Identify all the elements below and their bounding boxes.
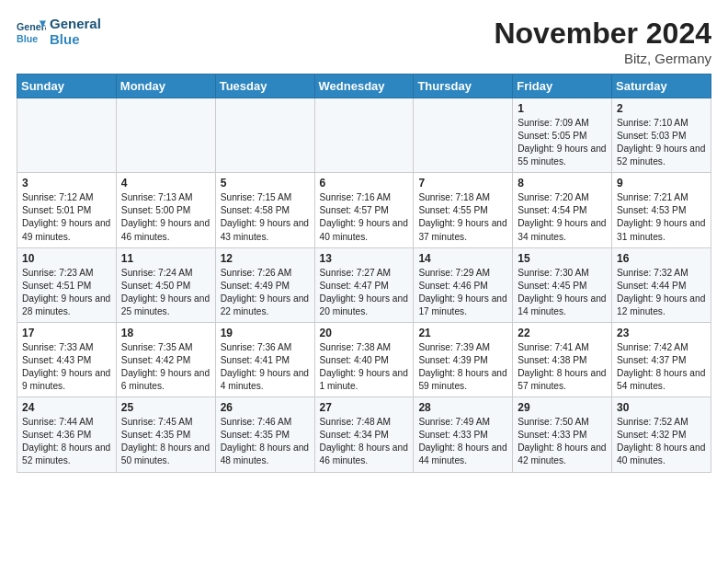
calendar-cell: 19Sunrise: 7:36 AM Sunset: 4:41 PM Dayli… — [215, 322, 314, 396]
logo-line2: Blue — [50, 32, 101, 48]
day-info: Sunrise: 7:42 AM Sunset: 4:37 PM Dayligh… — [617, 341, 706, 393]
day-info: Sunrise: 7:52 AM Sunset: 4:32 PM Dayligh… — [617, 416, 706, 467]
calendar-cell: 27Sunrise: 7:48 AM Sunset: 4:34 PM Dayli… — [314, 397, 414, 472]
col-header-sunday: Sunday — [17, 75, 117, 98]
calendar-cell: 13Sunrise: 7:27 AM Sunset: 4:47 PM Dayli… — [314, 247, 414, 322]
day-number: 6 — [320, 177, 409, 190]
day-info: Sunrise: 7:23 AM Sunset: 4:51 PM Dayligh… — [22, 267, 111, 318]
day-info: Sunrise: 7:50 AM Sunset: 4:33 PM Dayligh… — [518, 416, 607, 467]
day-number: 21 — [418, 327, 507, 339]
calendar-cell: 12Sunrise: 7:26 AM Sunset: 4:49 PM Dayli… — [215, 247, 314, 322]
day-number: 24 — [22, 401, 111, 414]
calendar-cell: 30Sunrise: 7:52 AM Sunset: 4:32 PM Dayli… — [612, 397, 711, 472]
calendar-cell: 20Sunrise: 7:38 AM Sunset: 4:40 PM Dayli… — [314, 322, 414, 396]
day-info: Sunrise: 7:18 AM Sunset: 4:55 PM Dayligh… — [418, 191, 507, 243]
day-info: Sunrise: 7:26 AM Sunset: 4:49 PM Dayligh… — [221, 267, 310, 318]
day-number: 22 — [518, 327, 607, 339]
day-info: Sunrise: 7:45 AM Sunset: 4:35 PM Dayligh… — [121, 416, 210, 467]
day-number: 19 — [221, 327, 310, 339]
calendar-cell: 23Sunrise: 7:42 AM Sunset: 4:37 PM Dayli… — [612, 322, 711, 396]
day-info: Sunrise: 7:20 AM Sunset: 4:54 PM Dayligh… — [518, 191, 607, 243]
day-info: Sunrise: 7:41 AM Sunset: 4:38 PM Dayligh… — [518, 341, 607, 393]
col-header-friday: Friday — [513, 75, 612, 98]
day-number: 11 — [121, 252, 210, 265]
day-number: 14 — [418, 252, 507, 265]
calendar-cell: 24Sunrise: 7:44 AM Sunset: 4:36 PM Dayli… — [17, 397, 117, 472]
day-info: Sunrise: 7:36 AM Sunset: 4:41 PM Dayligh… — [221, 341, 310, 393]
calendar-cell — [215, 98, 314, 173]
day-info: Sunrise: 7:44 AM Sunset: 4:36 PM Dayligh… — [22, 416, 111, 467]
day-number: 17 — [22, 327, 111, 339]
calendar-cell: 11Sunrise: 7:24 AM Sunset: 4:50 PM Dayli… — [116, 247, 215, 322]
day-number: 2 — [617, 102, 706, 115]
day-info: Sunrise: 7:35 AM Sunset: 4:42 PM Dayligh… — [121, 341, 210, 393]
day-number: 10 — [22, 252, 111, 265]
calendar-cell: 7Sunrise: 7:18 AM Sunset: 4:55 PM Daylig… — [414, 173, 513, 247]
page: General Blue General Blue November 2024 … — [0, 0, 728, 563]
day-number: 13 — [320, 252, 409, 265]
day-info: Sunrise: 7:46 AM Sunset: 4:35 PM Dayligh… — [221, 416, 310, 467]
day-info: Sunrise: 7:16 AM Sunset: 4:57 PM Dayligh… — [320, 191, 409, 243]
day-number: 9 — [617, 177, 706, 190]
day-info: Sunrise: 7:13 AM Sunset: 5:00 PM Dayligh… — [121, 191, 210, 243]
calendar-table: SundayMondayTuesdayWednesdayThursdayFrid… — [17, 74, 711, 473]
logo: General Blue General Blue — [17, 17, 101, 47]
calendar-cell: 5Sunrise: 7:15 AM Sunset: 4:58 PM Daylig… — [215, 173, 314, 247]
location: Bitz, Germany — [494, 51, 711, 66]
day-number: 16 — [617, 252, 706, 265]
calendar-cell — [314, 98, 414, 173]
col-header-wednesday: Wednesday — [314, 75, 414, 98]
calendar-cell: 2Sunrise: 7:10 AM Sunset: 5:03 PM Daylig… — [612, 98, 711, 173]
calendar-cell: 4Sunrise: 7:13 AM Sunset: 5:00 PM Daylig… — [116, 173, 215, 247]
day-number: 20 — [320, 327, 409, 339]
calendar-cell: 28Sunrise: 7:49 AM Sunset: 4:33 PM Dayli… — [414, 397, 513, 472]
logo-icon: General Blue — [17, 17, 46, 47]
day-number: 29 — [518, 401, 607, 414]
calendar-cell: 16Sunrise: 7:32 AM Sunset: 4:44 PM Dayli… — [612, 247, 711, 322]
calendar-cell — [17, 98, 117, 173]
day-number: 1 — [518, 102, 607, 115]
calendar-cell — [414, 98, 513, 173]
day-number: 4 — [121, 177, 210, 190]
calendar-cell: 9Sunrise: 7:21 AM Sunset: 4:53 PM Daylig… — [612, 173, 711, 247]
day-info: Sunrise: 7:10 AM Sunset: 5:03 PM Dayligh… — [617, 117, 706, 168]
day-number: 3 — [22, 177, 111, 190]
calendar-cell: 1Sunrise: 7:09 AM Sunset: 5:05 PM Daylig… — [513, 98, 612, 173]
day-number: 23 — [617, 327, 706, 339]
day-number: 15 — [518, 252, 607, 265]
day-info: Sunrise: 7:15 AM Sunset: 4:58 PM Dayligh… — [221, 191, 310, 243]
col-header-monday: Monday — [116, 75, 215, 98]
day-number: 5 — [221, 177, 310, 190]
day-info: Sunrise: 7:32 AM Sunset: 4:44 PM Dayligh… — [617, 267, 706, 318]
calendar-cell: 6Sunrise: 7:16 AM Sunset: 4:57 PM Daylig… — [314, 173, 414, 247]
calendar-cell — [116, 98, 215, 173]
calendar-cell: 14Sunrise: 7:29 AM Sunset: 4:46 PM Dayli… — [414, 247, 513, 322]
calendar-cell: 17Sunrise: 7:33 AM Sunset: 4:43 PM Dayli… — [17, 322, 117, 396]
svg-text:Blue: Blue — [17, 32, 38, 43]
day-info: Sunrise: 7:21 AM Sunset: 4:53 PM Dayligh… — [617, 191, 706, 243]
day-number: 25 — [121, 401, 210, 414]
day-info: Sunrise: 7:39 AM Sunset: 4:39 PM Dayligh… — [418, 341, 507, 393]
day-number: 26 — [221, 401, 310, 414]
day-info: Sunrise: 7:49 AM Sunset: 4:33 PM Dayligh… — [418, 416, 507, 467]
calendar-cell: 10Sunrise: 7:23 AM Sunset: 4:51 PM Dayli… — [17, 247, 117, 322]
calendar-cell: 21Sunrise: 7:39 AM Sunset: 4:39 PM Dayli… — [414, 322, 513, 396]
calendar-cell: 15Sunrise: 7:30 AM Sunset: 4:45 PM Dayli… — [513, 247, 612, 322]
col-header-thursday: Thursday — [414, 75, 513, 98]
calendar-cell: 25Sunrise: 7:45 AM Sunset: 4:35 PM Dayli… — [116, 397, 215, 472]
day-number: 27 — [320, 401, 409, 414]
day-number: 7 — [418, 177, 507, 190]
day-number: 12 — [221, 252, 310, 265]
day-info: Sunrise: 7:09 AM Sunset: 5:05 PM Dayligh… — [518, 117, 607, 168]
day-number: 18 — [121, 327, 210, 339]
calendar-cell: 29Sunrise: 7:50 AM Sunset: 4:33 PM Dayli… — [513, 397, 612, 472]
col-header-tuesday: Tuesday — [215, 75, 314, 98]
day-info: Sunrise: 7:30 AM Sunset: 4:45 PM Dayligh… — [518, 267, 607, 318]
col-header-saturday: Saturday — [612, 75, 711, 98]
day-info: Sunrise: 7:38 AM Sunset: 4:40 PM Dayligh… — [320, 341, 409, 393]
calendar-cell: 18Sunrise: 7:35 AM Sunset: 4:42 PM Dayli… — [116, 322, 215, 396]
day-info: Sunrise: 7:33 AM Sunset: 4:43 PM Dayligh… — [22, 341, 111, 393]
day-number: 28 — [418, 401, 507, 414]
calendar-cell: 8Sunrise: 7:20 AM Sunset: 4:54 PM Daylig… — [513, 173, 612, 247]
header: General Blue General Blue November 2024 … — [17, 17, 711, 66]
